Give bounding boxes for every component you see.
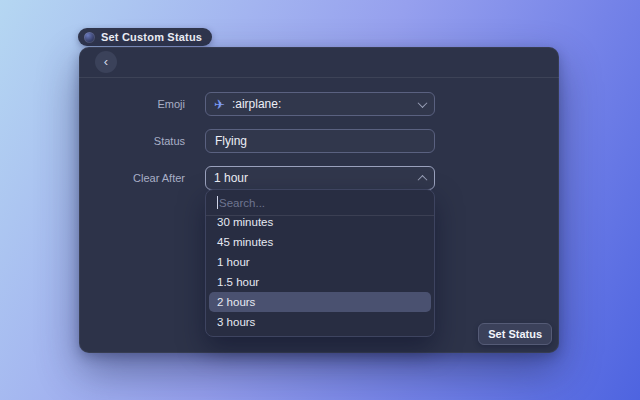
clear-after-label: Clear After (79, 166, 185, 190)
modal-header: ‹ (79, 47, 559, 78)
clear-after-select[interactable]: 1 hour (205, 166, 435, 190)
text-caret (217, 196, 218, 209)
clear-after-select-value: 1 hour (214, 171, 412, 185)
option-1-hour[interactable]: 1 hour (209, 252, 431, 272)
set-custom-status-modal: ‹ Emoji ✈ :airplane: Status Clear After … (79, 47, 559, 353)
emoji-row: Emoji ✈ :airplane: (79, 92, 559, 116)
status-row: Status (79, 129, 559, 153)
app-logo-icon (84, 32, 95, 43)
clear-after-dropdown-menu: 30 minutes 45 minutes 1 hour 1.5 hour 2 … (205, 189, 435, 337)
airplane-emoji-icon: ✈ (214, 98, 225, 111)
option-30-minutes[interactable]: 30 minutes (209, 216, 431, 232)
set-status-button-label: Set Status (488, 328, 542, 340)
back-button[interactable]: ‹ (95, 51, 117, 73)
option-1-5-hour[interactable]: 1.5 hour (209, 272, 431, 292)
status-label: Status (79, 129, 185, 153)
set-status-button[interactable]: Set Status (478, 323, 552, 345)
clear-after-row: Clear After 1 hour (79, 166, 559, 190)
option-3-hours[interactable]: 3 hours (209, 312, 431, 332)
window-title-badge: Set Custom Status (78, 28, 212, 46)
status-input[interactable] (205, 129, 435, 153)
dropdown-search (206, 190, 434, 215)
desktop-background: Set Custom Status ‹ Emoji ✈ :airplane: S… (0, 0, 640, 400)
option-45-minutes[interactable]: 45 minutes (209, 232, 431, 252)
window-title: Set Custom Status (101, 31, 202, 43)
emoji-select[interactable]: ✈ :airplane: (205, 92, 435, 116)
chevron-left-icon: ‹ (104, 55, 108, 68)
dropdown-search-input[interactable] (206, 190, 434, 215)
emoji-label: Emoji (79, 92, 185, 116)
chevron-up-icon (418, 174, 428, 184)
option-2-hours[interactable]: 2 hours (209, 292, 431, 312)
emoji-select-value: :airplane: (232, 97, 412, 111)
chevron-down-icon (418, 98, 428, 108)
dropdown-options-list: 30 minutes 45 minutes 1 hour 1.5 hour 2 … (206, 216, 434, 337)
